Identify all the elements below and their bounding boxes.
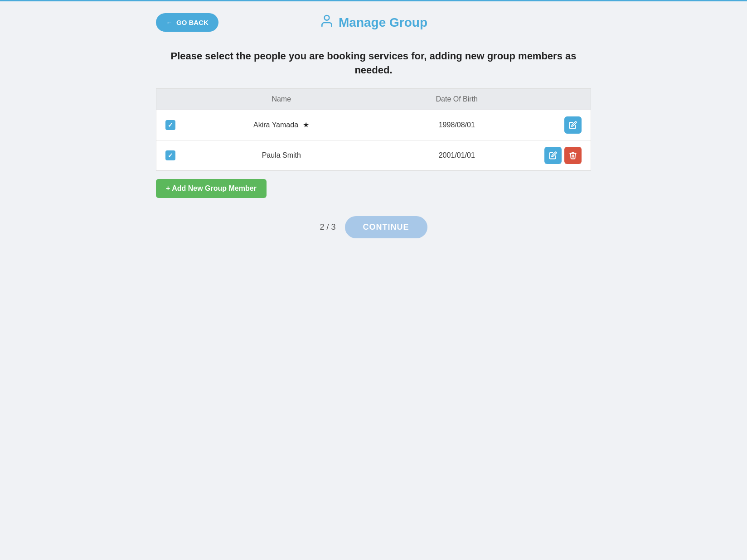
continue-section: 2 / 3 CONTINUE [156, 216, 591, 238]
member-actions-cell [535, 110, 591, 140]
top-accent-line [0, 0, 747, 1]
member-dob-cell: 2001/01/01 [378, 140, 535, 170]
table-header-row: Name Date Of Birth [156, 88, 591, 110]
continue-button[interactable]: CONTINUE [345, 216, 427, 238]
edit-icon [569, 121, 577, 129]
edit-member-button-0[interactable] [564, 116, 582, 134]
trash-icon [569, 151, 577, 159]
member-actions-cell [535, 140, 591, 170]
svg-point-0 [325, 15, 330, 20]
instructions-text: Please select the people you are booking… [156, 49, 591, 77]
table-row: ✓Akira Yamada ★1998/08/01 [156, 110, 591, 140]
actions-column-header [535, 88, 591, 110]
page-title-container: Manage Group [320, 14, 427, 31]
table-row: ✓Paula Smith2001/01/01 [156, 140, 591, 170]
checkmark-icon: ✓ [168, 152, 173, 159]
primary-member-star-icon: ★ [301, 121, 309, 129]
checkmark-icon: ✓ [168, 121, 173, 129]
checkbox-cell: ✓ [156, 110, 185, 140]
member-dob-cell: 1998/08/01 [378, 110, 535, 140]
delete-member-button-1[interactable] [564, 147, 582, 164]
edit-member-button-1[interactable] [544, 147, 562, 164]
back-arrow-icon: ← [166, 19, 173, 26]
name-column-header: Name [184, 88, 378, 110]
go-back-button[interactable]: ← GO BACK [156, 13, 218, 32]
manage-group-icon [320, 14, 334, 31]
member-table: Name Date Of Birth ✓Akira Yamada ★1998/0… [156, 88, 591, 171]
member-name-cell: Akira Yamada ★ [184, 110, 378, 140]
add-new-group-member-button[interactable]: + Add New Group Member [156, 179, 267, 198]
member-name-cell: Paula Smith [184, 140, 378, 170]
checkbox-cell: ✓ [156, 140, 185, 170]
row-checkbox-0[interactable]: ✓ [165, 120, 175, 130]
go-back-label: GO BACK [176, 19, 209, 26]
page-header: ← GO BACK Manage Group [156, 14, 591, 31]
edit-icon [549, 151, 557, 159]
checkbox-column-header [156, 88, 185, 110]
dob-column-header: Date Of Birth [378, 88, 535, 110]
row-checkbox-1[interactable]: ✓ [165, 150, 175, 160]
page-title: Manage Group [339, 15, 427, 30]
page-indicator: 2 / 3 [320, 222, 335, 232]
